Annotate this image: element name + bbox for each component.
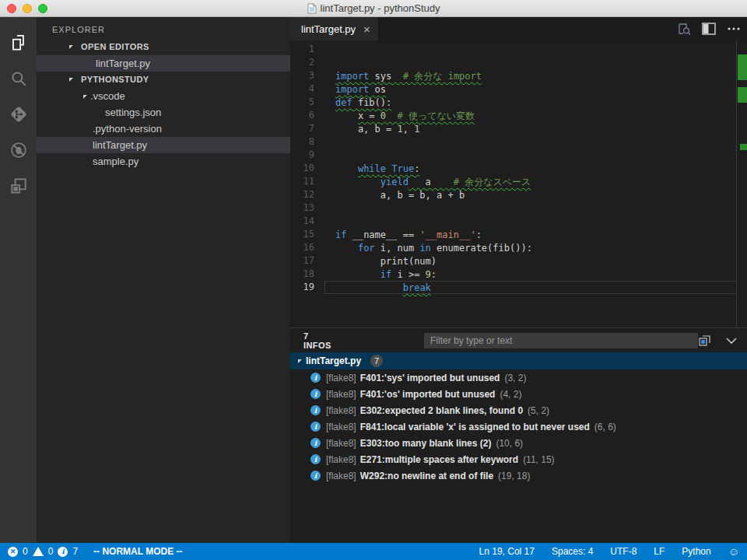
info-count-icon[interactable]: i (58, 547, 68, 557)
problems-filter-input[interactable] (424, 333, 698, 348)
problem-row[interactable]: i[flake8]E302:expected 2 blank lines, fo… (290, 402, 747, 418)
line-body: if __name__ == '__main__': (324, 228, 737, 241)
line-text: import os (335, 84, 386, 95)
cursor-position[interactable]: Ln 19, Col 17 (479, 546, 535, 557)
warning-count[interactable]: 0 (48, 546, 54, 557)
sidebar-item--vscode[interactable]: .vscode (37, 88, 290, 104)
code-line[interactable]: 6 x = 0 # 使ってない変数 (290, 109, 747, 122)
problem-row[interactable]: i[flake8]F841:local variable 'x' is assi… (290, 418, 747, 435)
lint-squiggle-token: import (335, 71, 369, 82)
info-count[interactable]: 7 (72, 546, 78, 557)
editor-group: lintTarget.py × (290, 17, 747, 543)
warning-count-icon[interactable] (33, 547, 44, 556)
overview-ruler-border (736, 40, 737, 327)
problem-source: [flake8] (326, 405, 356, 416)
problem-source: [flake8] (326, 471, 356, 481)
line-number: 7 (290, 122, 324, 135)
code-line[interactable]: 3import sys # 余分な import (290, 69, 747, 82)
error-count[interactable]: 0 (23, 546, 28, 557)
sidebar-item-lintTarget-py[interactable]: lintTarget.py (37, 55, 290, 72)
sidebar-item-label: sample.py (93, 156, 139, 167)
code-line[interactable]: 11 yield a # 余分なスペース (290, 175, 747, 188)
code-line[interactable]: 14 (290, 215, 747, 228)
code-line[interactable]: 2 (290, 56, 747, 69)
lint-squiggle-token: sys (369, 71, 391, 82)
code-line[interactable]: 5def fib(): (290, 96, 747, 109)
code-token: a, b = (335, 124, 397, 135)
twisty-icon (69, 78, 73, 82)
more-actions-icon[interactable] (727, 26, 741, 31)
code-token: 9 (426, 269, 431, 280)
language-mode[interactable]: Python (682, 546, 710, 557)
code-line[interactable]: 13 (290, 201, 747, 215)
sidebar-item-sample-py[interactable]: sample.py (37, 153, 290, 170)
line-body: while True: (324, 162, 737, 175)
problem-row[interactable]: i[flake8]E271:multiple spaces after keyw… (290, 451, 747, 467)
tab-linttarget[interactable]: lintTarget.py × (290, 17, 379, 40)
sidebar-item-lintTarget-py[interactable]: lintTarget.py (37, 137, 290, 153)
sidebar-explorer: EXPLORER OPEN EDITORSlintTarget.pyPYTHON… (37, 17, 290, 543)
problem-row[interactable]: i[flake8]F401:'os' imported but unused(4… (290, 386, 747, 402)
line-text: for i, num in enumerate(fib()): (335, 243, 532, 254)
search-icon[interactable] (0, 61, 37, 96)
code-line[interactable]: 15if __name__ == '__main__': (290, 228, 747, 241)
line-number: 6 (290, 109, 324, 122)
extensions-icon[interactable] (0, 168, 37, 204)
code-editor[interactable]: 123import sys # 余分な import4import os5def… (290, 40, 747, 327)
info-icon: i (310, 373, 321, 383)
code-line[interactable]: 4import os (290, 82, 747, 96)
problems-file-group[interactable]: lintTarget.py 7 (290, 352, 747, 369)
lint-squiggle-token (409, 177, 426, 187)
feedback-smiley-icon[interactable]: ☺ (728, 545, 739, 558)
sidebar-section-pythonstudy[interactable]: PYTHONSTUDY (37, 72, 290, 88)
code-line[interactable]: 9 (290, 149, 747, 162)
window-title-wrap: lintTarget.py - pythonStudy (0, 2, 747, 14)
info-icon: i (310, 438, 321, 448)
open-preview-icon[interactable] (677, 22, 691, 36)
sidebar-item-settings-json[interactable]: settings.json (37, 104, 290, 121)
tab-close-icon[interactable]: × (363, 23, 370, 35)
panel-header: 7 INFOS (290, 328, 747, 352)
code-line[interactable]: 12 a, b = b, a + b (290, 188, 747, 201)
source-control-icon[interactable] (0, 96, 37, 132)
sidebar-item--python-version[interactable]: .python-version (37, 121, 290, 137)
explorer-icon[interactable] (0, 25, 37, 61)
line-number: 12 (290, 188, 324, 201)
encoding[interactable]: UTF-8 (610, 546, 637, 557)
sidebar-section-open-editors[interactable]: OPEN EDITORS (37, 39, 290, 55)
collapse-all-icon[interactable] (698, 334, 711, 347)
code-token (335, 163, 358, 174)
indentation[interactable]: Spaces: 4 (552, 546, 593, 557)
code-line[interactable]: 18 if i >= 9: (290, 268, 747, 281)
info-icon: i (310, 471, 321, 481)
lint-squiggle-token: a (426, 177, 431, 187)
code-line[interactable]: 10 while True: (290, 162, 747, 175)
problem-row[interactable]: i[flake8]E303:too many blank lines (2)(1… (290, 435, 747, 451)
problem-message: F401:'os' imported but unused (360, 389, 496, 400)
split-editor-icon[interactable] (702, 23, 716, 35)
code-token: : (476, 229, 482, 240)
problem-message: E271:multiple spaces after keyword (360, 454, 518, 465)
code-token: __name__ == (346, 229, 419, 240)
line-body (324, 135, 737, 149)
line-body (324, 56, 737, 69)
code-line[interactable]: 7 a, b = 1, 1 (290, 122, 747, 135)
problem-row[interactable]: i[flake8]W292:no newline at end of file(… (290, 467, 747, 484)
line-text: if i >= 9: (335, 269, 437, 280)
problem-position: (4, 2) (500, 389, 521, 400)
code-line[interactable]: 1 (290, 43, 747, 56)
chevron-down-icon[interactable] (725, 337, 738, 345)
eol-sequence[interactable]: LF (654, 546, 665, 557)
problem-source: [flake8] (326, 422, 356, 432)
error-count-icon[interactable]: ✕ (8, 547, 18, 557)
code-line[interactable]: 17 print(num) (290, 254, 747, 268)
code-line[interactable]: 16 for i, num in enumerate(fib()): (290, 241, 747, 254)
code-token (335, 243, 358, 254)
sidebar-item-label: settings.json (105, 107, 161, 118)
problem-position: (11, 15) (523, 454, 554, 465)
code-line[interactable]: 8 (290, 135, 747, 149)
line-number: 15 (290, 228, 324, 241)
debug-icon[interactable] (0, 132, 37, 168)
problem-row[interactable]: i[flake8]F401:'sys' imported but unused(… (290, 369, 747, 386)
code-line[interactable]: 19 break (290, 281, 747, 294)
